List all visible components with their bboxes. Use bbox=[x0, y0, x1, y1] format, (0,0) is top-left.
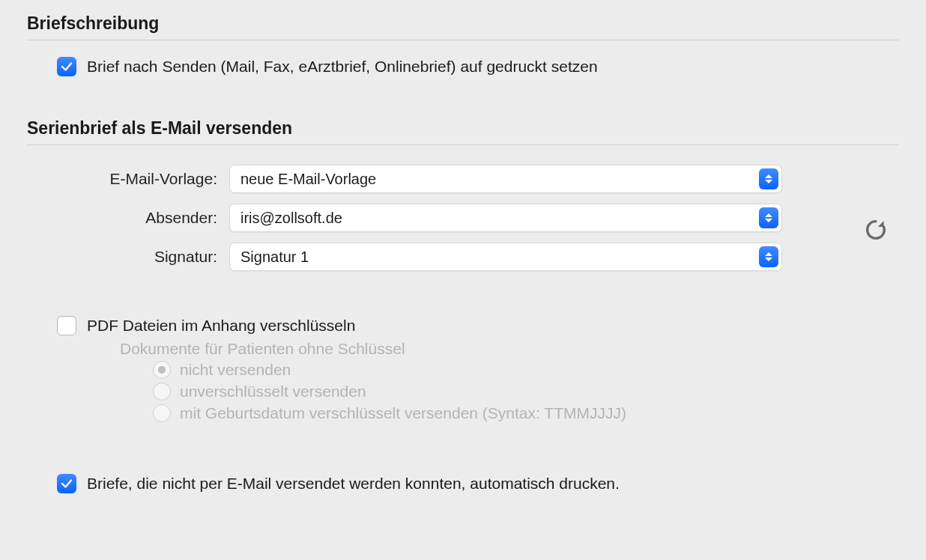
label-sender: Absender: bbox=[27, 209, 229, 227]
radio-row-geburtsdatum: mit Geburtsdatum verschlüsselt versenden… bbox=[153, 404, 899, 422]
label-radio-geburtsdatum: mit Geburtsdatum verschlüsselt versenden… bbox=[180, 404, 626, 422]
chevron-updown-icon bbox=[759, 168, 778, 189]
value-signature: Signatur 1 bbox=[240, 249, 309, 266]
row-sender: Absender: iris@zollsoft.de bbox=[27, 204, 899, 232]
radio-row-nicht-versenden: nicht versenden bbox=[153, 361, 899, 379]
dropdown-signature[interactable]: Signatur 1 bbox=[229, 243, 782, 271]
row-brief-after-send: Brief nach Senden (Mail, Fax, eArztbrief… bbox=[57, 57, 899, 76]
row-email-template: E-Mail-Vorlage: neue E-Mail-Vorlage bbox=[27, 165, 899, 193]
refresh-icon bbox=[863, 217, 889, 243]
chevron-updown-icon bbox=[759, 207, 778, 228]
radio-row-unverschluesselt: unverschlüsselt versenden bbox=[153, 383, 899, 401]
label-auto-print: Briefe, die nicht per E-Mail versendet w… bbox=[87, 475, 620, 493]
chevron-updown-icon bbox=[759, 246, 778, 267]
subheading-patients-without-key: Dokumente für Patienten ohne Schlüssel bbox=[120, 340, 899, 358]
label-encrypt-pdf: PDF Dateien im Anhang verschlüsseln bbox=[87, 317, 355, 335]
radio-geburtsdatum[interactable] bbox=[153, 404, 171, 422]
checkbox-brief-after-send[interactable] bbox=[57, 57, 76, 76]
row-signature: Signatur: Signatur 1 bbox=[27, 243, 899, 271]
section-heading-serienbrief: Serienbrief als E-Mail versenden bbox=[27, 105, 899, 145]
checkbox-encrypt-pdf[interactable] bbox=[57, 316, 76, 335]
checkbox-auto-print[interactable] bbox=[57, 474, 76, 493]
row-auto-print: Briefe, die nicht per E-Mail versendet w… bbox=[57, 474, 899, 493]
label-email-template: E-Mail-Vorlage: bbox=[27, 170, 229, 188]
dropdown-email-template[interactable]: neue E-Mail-Vorlage bbox=[229, 165, 782, 193]
check-icon bbox=[60, 477, 73, 490]
label-signature: Signatur: bbox=[27, 248, 229, 266]
label-radio-unverschluesselt: unverschlüsselt versenden bbox=[180, 383, 366, 401]
value-sender: iris@zollsoft.de bbox=[240, 210, 342, 227]
dropdown-sender[interactable]: iris@zollsoft.de bbox=[229, 204, 782, 232]
value-email-template: neue E-Mail-Vorlage bbox=[240, 171, 376, 188]
row-encrypt-pdf: PDF Dateien im Anhang verschlüsseln bbox=[57, 316, 899, 335]
label-radio-nicht-versenden: nicht versenden bbox=[180, 361, 291, 379]
radio-unverschluesselt[interactable] bbox=[153, 383, 171, 401]
label-brief-after-send: Brief nach Senden (Mail, Fax, eArztbrief… bbox=[87, 58, 598, 76]
check-icon bbox=[60, 60, 73, 73]
section-heading-briefschreibung: Briefschreibung bbox=[27, 0, 899, 40]
refresh-button[interactable] bbox=[863, 217, 889, 246]
group-patients-without-key: Dokumente für Patienten ohne Schlüssel n… bbox=[120, 340, 899, 422]
radio-nicht-versenden[interactable] bbox=[153, 361, 171, 379]
